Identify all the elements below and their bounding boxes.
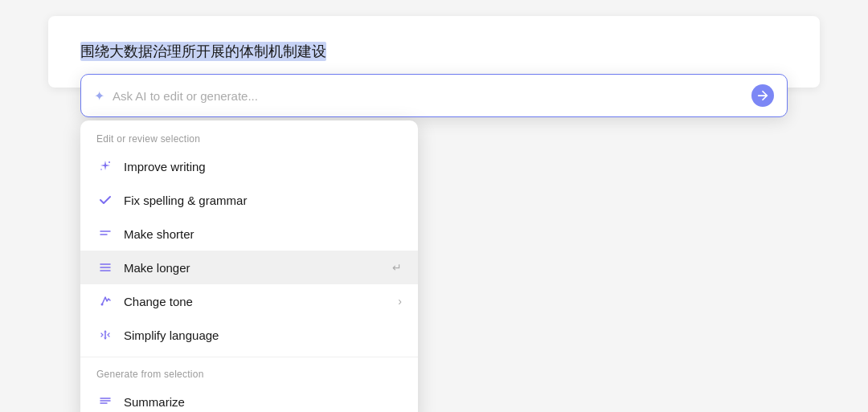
- menu-section-label-2: Generate from selection: [80, 362, 418, 385]
- selected-text: 围绕大数据治理所开展的体制机制建设: [80, 42, 326, 61]
- checkmark-icon: [96, 191, 114, 209]
- make-longer-icon: [96, 259, 114, 276]
- change-tone-label: Change tone: [124, 295, 398, 308]
- ai-dropdown-menu: Edit or review selection Improve writing: [80, 120, 418, 412]
- simplify-language-label: Simplify language: [124, 328, 402, 342]
- ai-input-bar[interactable]: ✦ Ask AI to edit or generate...: [80, 74, 788, 117]
- change-tone-arrow: ›: [398, 295, 402, 308]
- fix-spelling-label: Fix spelling & grammar: [124, 194, 402, 207]
- send-icon: [757, 90, 768, 101]
- svg-point-7: [101, 304, 104, 306]
- menu-item-improve-writing[interactable]: Improve writing: [80, 149, 418, 183]
- make-longer-shortcut: ↵: [392, 261, 402, 274]
- svg-point-0: [108, 161, 110, 163]
- summarize-icon: [96, 393, 114, 410]
- menu-item-make-shorter[interactable]: Make shorter: [80, 217, 418, 251]
- menu-item-change-tone[interactable]: Change tone ›: [80, 284, 418, 318]
- menu-item-simplify-language[interactable]: Simplify language: [80, 318, 418, 352]
- menu-item-make-longer[interactable]: Make longer ↵: [80, 251, 418, 284]
- svg-point-1: [100, 169, 102, 170]
- summarize-label: Summarize: [124, 395, 402, 409]
- make-shorter-icon: [96, 225, 114, 243]
- menu-item-summarize[interactable]: Summarize: [80, 385, 418, 412]
- make-shorter-label: Make shorter: [124, 227, 402, 241]
- make-longer-label: Make longer: [124, 261, 392, 275]
- menu-section-label-1: Edit or review selection: [80, 127, 418, 149]
- ai-placeholder: Ask AI to edit or generate...: [113, 89, 751, 103]
- editor-area: 围绕大数据治理所开展的体制机制建设 ✦ Ask AI to edit or ge…: [48, 16, 820, 88]
- sparkle-icon: [96, 157, 114, 175]
- menu-divider: [80, 357, 418, 357]
- change-tone-icon: [96, 292, 114, 310]
- improve-writing-label: Improve writing: [124, 160, 402, 173]
- ai-spark-icon: ✦: [94, 88, 104, 104]
- page-background: 围绕大数据治理所开展的体制机制建设 ✦ Ask AI to edit or ge…: [0, 0, 868, 412]
- menu-item-fix-spelling[interactable]: Fix spelling & grammar: [80, 183, 418, 217]
- ai-send-button[interactable]: [751, 84, 774, 107]
- simplify-icon: [96, 326, 114, 344]
